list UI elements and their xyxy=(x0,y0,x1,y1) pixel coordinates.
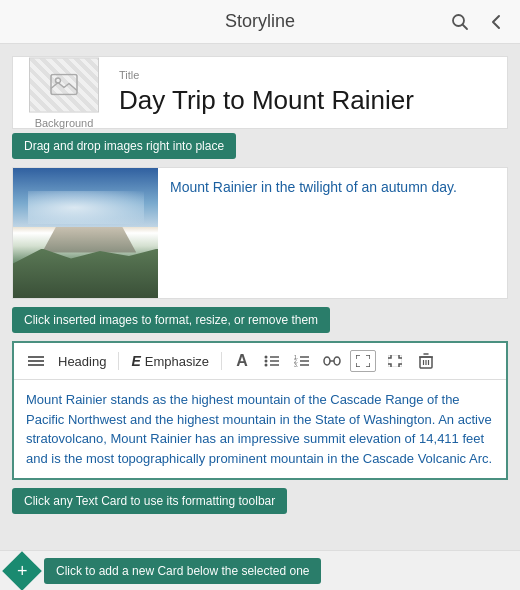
link-icon[interactable] xyxy=(320,349,344,373)
font-icon[interactable]: A xyxy=(230,349,254,373)
mountain-image[interactable] xyxy=(13,168,158,298)
image-card: Mount Rainier in the twilight of an autu… xyxy=(12,167,508,299)
svg-rect-19 xyxy=(324,357,330,365)
image-caption: Mount Rainier in the twilight of an autu… xyxy=(170,179,457,195)
emphasize-icon: E xyxy=(131,353,140,369)
collapse-icon[interactable] xyxy=(382,350,408,372)
svg-rect-21 xyxy=(388,355,402,367)
back-icon[interactable] xyxy=(482,8,510,36)
tooltip-1-wrapper: Drag and drop images right into place xyxy=(12,133,508,159)
expand-icon[interactable] xyxy=(350,350,376,372)
image-card-text: Mount Rainier in the twilight of an autu… xyxy=(158,168,507,208)
add-card-tooltip: Click to add a new Card below the select… xyxy=(44,558,321,584)
formatting-toolbar: Heading E Emphasize A xyxy=(14,343,506,380)
svg-point-9 xyxy=(265,360,268,363)
tooltip-3-wrapper: Click any Text Card to use its formattin… xyxy=(12,488,508,514)
delete-icon[interactable] xyxy=(414,349,438,373)
svg-rect-20 xyxy=(334,357,340,365)
add-icon: + xyxy=(17,561,28,579)
emphasize-label: Emphasize xyxy=(145,354,209,369)
emphasize-button[interactable]: E Emphasize xyxy=(127,351,213,371)
toolbar-sep-2 xyxy=(221,352,222,370)
menu-icon[interactable] xyxy=(24,349,48,373)
bullet-list-icon[interactable] xyxy=(260,349,284,373)
numbered-list-icon[interactable]: 1. 2. 3. xyxy=(290,349,314,373)
text-card-body[interactable]: Mount Rainier stands as the highest moun… xyxy=(14,380,506,478)
background-area[interactable]: Background xyxy=(29,57,99,128)
drag-drop-tooltip: Drag and drop images right into place xyxy=(12,133,236,159)
card-heading[interactable]: Day Trip to Mount Rainier xyxy=(119,85,491,116)
search-icon[interactable] xyxy=(446,8,474,36)
heading-button[interactable]: Heading xyxy=(54,352,110,371)
add-card-button[interactable]: + xyxy=(2,551,42,590)
tooltip-2-wrapper: Click inserted images to format, resize,… xyxy=(12,307,508,333)
svg-point-11 xyxy=(265,364,268,367)
header-actions xyxy=(446,8,510,36)
title-card: Background Title Day Trip to Mount Raini… xyxy=(12,56,508,129)
main-content: Background Title Day Trip to Mount Raini… xyxy=(0,44,520,590)
svg-point-7 xyxy=(265,356,268,359)
text-card: Heading E Emphasize A xyxy=(12,341,508,480)
title-content: Title Day Trip to Mount Rainier xyxy=(119,69,491,116)
toolbar-sep-1 xyxy=(118,352,119,370)
image-format-tooltip: Click inserted images to format, resize,… xyxy=(12,307,330,333)
app-header: Storyline xyxy=(0,0,520,44)
svg-text:3.: 3. xyxy=(294,362,298,368)
heading-label: Heading xyxy=(58,354,106,369)
background-label: Background xyxy=(35,116,94,128)
svg-line-1 xyxy=(463,24,468,29)
background-placeholder[interactable] xyxy=(29,57,99,112)
app-title: Storyline xyxy=(225,11,295,32)
card-title-label: Title xyxy=(119,69,491,81)
image-card-inner: Mount Rainier in the twilight of an autu… xyxy=(13,168,507,298)
bottom-bar: + Click to add a new Card below the sele… xyxy=(0,550,520,590)
text-toolbar-tooltip: Click any Text Card to use its formattin… xyxy=(12,488,287,514)
